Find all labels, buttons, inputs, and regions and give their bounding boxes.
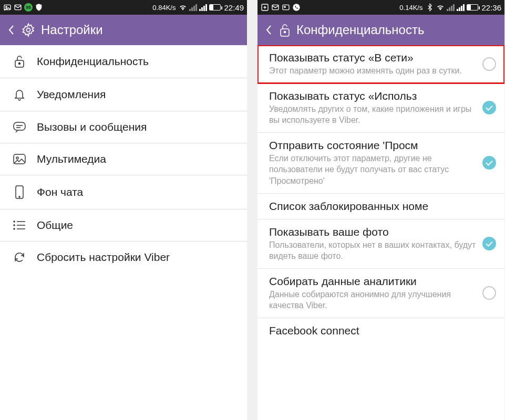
image-icon [282,3,290,12]
net-speed: 0.14K/s [399,4,422,12]
signal-icon [189,4,197,11]
svg-point-5 [19,63,20,65]
item-title: Собирать данные аналитики [269,275,476,288]
badge-icon: 95 [24,3,33,12]
bell-icon [13,88,26,101]
shield-icon [35,3,43,12]
status-left-icons [261,3,301,12]
checkbox[interactable] [482,286,496,300]
privacy-analytics[interactable]: Собирать данные аналитики Данные собираю… [257,269,504,318]
chat-icon [13,121,26,133]
item-subtitle: Пользователи, которых нет в ваших контак… [269,239,476,262]
svg-point-10 [19,196,20,197]
settings-item-label: Уведомления [37,88,106,101]
status-left-icons: 95 [3,3,43,12]
privacy-list: Показывать статус «В сети» Этот параметр… [257,45,504,420]
battery-icon [467,4,478,10]
settings-list: Конфиденциальность Уведомления Вызовы и … [0,45,247,420]
back-button[interactable] [264,23,273,37]
item-subtitle: Если отключить этот параметр, другие не … [269,153,476,187]
checkbox[interactable] [482,237,496,250]
privacy-seen-status[interactable]: Отправить состояние 'Просм Если отключит… [257,133,504,194]
phone-settings: 95 0.84K/s 22:49 Настройки Конфиденциаль… [0,0,247,420]
battery-icon [209,4,221,10]
mail-icon [14,3,22,12]
image-icon [3,3,12,12]
privacy-using-status[interactable]: Показывать статус «Использ Уведомлять др… [257,83,504,133]
signal-icon [447,4,455,11]
checkbox[interactable] [482,156,496,170]
clock: 22:36 [481,3,501,12]
svg-point-11 [14,221,15,222]
item-title: Показывать статус «Использ [269,90,476,102]
back-button[interactable] [6,23,16,37]
phone-privacy: 0.14K/s 22:36 Конфиденциальность Показыв… [257,0,504,420]
svg-point-8 [16,157,18,159]
settings-general[interactable]: Общие [0,209,247,242]
signal-icon-2 [457,4,465,11]
signal-icon-2 [199,4,207,11]
mail-icon [271,3,280,12]
net-speed: 0.84K/s [152,4,176,12]
settings-item-label: Общие [37,219,73,232]
svg-point-17 [284,6,286,8]
refresh-icon [13,251,26,264]
gear-icon [21,23,36,37]
list-icon [13,220,26,230]
lock-icon [279,23,291,37]
settings-media[interactable]: Мультимедиа [0,143,247,175]
svg-point-3 [27,28,30,32]
page-title: Конфиденциальность [296,23,424,37]
item-title: Показывать ваше фото [269,226,476,238]
status-bar-right: 0.14K/s 22:36 [257,0,504,15]
settings-notifications[interactable]: Уведомления [0,78,247,111]
settings-privacy[interactable]: Конфиденциальность [0,45,247,78]
svg-point-1 [6,6,7,8]
svg-rect-16 [283,5,289,9]
svg-point-18 [293,4,300,10]
app-bar-settings: Настройки [0,15,247,45]
media-icon [13,153,26,165]
privacy-show-photo[interactable]: Показывать ваше фото Пользователи, котор… [257,219,504,269]
settings-reset[interactable]: Сбросить настройки Viber [0,242,247,273]
svg-point-13 [14,228,15,229]
clock: 22:49 [224,3,244,12]
svg-point-20 [284,32,286,33]
status-right-icons: 0.84K/s 22:49 [152,3,244,12]
plus-icon [261,3,269,12]
svg-point-12 [14,225,15,226]
page-title: Настройки [41,23,103,37]
item-subtitle: Данные собираются анонимно для улучшения… [269,289,476,311]
checkbox[interactable] [482,57,496,71]
wifi-icon [436,3,445,12]
settings-item-label: Конфиденциальность [37,55,149,68]
privacy-facebook-connect[interactable]: Facebook connect [257,318,504,343]
privacy-block-list[interactable]: Список заблокированных номе [257,194,504,219]
settings-item-label: Мультимедиа [37,153,106,165]
settings-item-label: Сбросить настройки Viber [37,251,170,264]
item-title: Отправить состояние 'Просм [269,139,476,152]
item-title: Показывать статус «В сети» [269,51,476,64]
lock-icon [13,55,26,68]
settings-item-label: Фон чата [37,186,83,198]
viber-icon [292,3,301,12]
item-title: Список заблокированных номе [269,200,496,213]
settings-calls-messages[interactable]: Вызовы и сообщения [0,111,247,143]
settings-chat-bg[interactable]: Фон чата [0,175,247,209]
status-bar-left: 95 0.84K/s 22:49 [0,0,247,15]
app-bar-privacy: Конфиденциальность [257,15,504,45]
phone-shape-icon [14,185,25,200]
bluetooth-icon [426,3,434,12]
status-right-icons: 0.14K/s 22:36 [399,3,501,12]
item-title: Facebook connect [269,324,496,337]
wifi-icon [179,3,187,12]
svg-rect-6 [14,122,25,130]
item-subtitle: Этот параметр можно изменять один раз в … [269,65,476,77]
checkbox[interactable] [482,101,496,114]
privacy-online-status[interactable]: Показывать статус «В сети» Этот параметр… [257,45,504,83]
settings-item-label: Вызовы и сообщения [37,121,147,133]
item-subtitle: Уведомлять других о том, какие приложени… [269,103,476,126]
